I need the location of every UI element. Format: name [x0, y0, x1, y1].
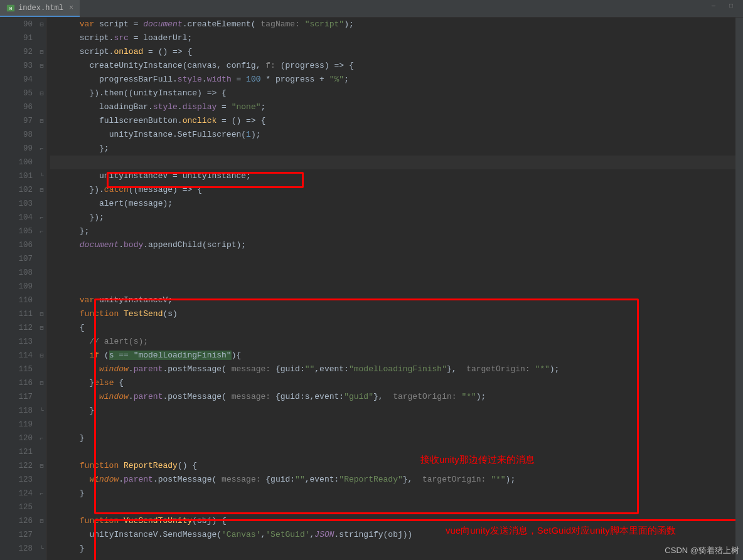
fold-marker[interactable]: └ — [38, 169, 46, 183]
code-line: } — [50, 431, 743, 445]
code-line: fullscreenButton.onclick = () => { — [50, 114, 743, 128]
code-line: alert(message); — [50, 197, 743, 211]
fold-marker[interactable] — [38, 500, 46, 514]
vertical-scrollbar[interactable] — [735, 18, 743, 560]
annotation-1: 接收unity那边传过来的消息 — [420, 454, 535, 466]
line-number: 90 — [0, 18, 33, 31]
fold-marker[interactable] — [38, 197, 46, 211]
fold-marker[interactable] — [38, 156, 46, 169]
fold-marker[interactable]: ⊟ — [38, 307, 46, 321]
fold-marker[interactable] — [38, 238, 46, 252]
fold-marker[interactable] — [38, 266, 46, 280]
code-line — [50, 445, 743, 459]
code-line: function ReportReady() { — [50, 459, 743, 473]
code-line: var script = document.createElement( tag… — [50, 18, 743, 31]
fold-marker[interactable]: ⊟ — [38, 87, 46, 100]
fold-marker[interactable] — [38, 252, 46, 266]
watermark: CSDN @骑着猪上树 — [665, 545, 739, 556]
code-line: // alert(s); — [50, 335, 743, 349]
fold-marker[interactable]: ⌐ — [38, 225, 46, 238]
fold-marker[interactable] — [38, 473, 46, 487]
line-number: 104 — [0, 211, 33, 225]
line-number: 102 — [0, 183, 33, 197]
code-line: } — [50, 487, 743, 500]
code-line: script.onload = () => { — [50, 45, 743, 59]
fold-marker[interactable] — [38, 335, 46, 349]
code-line: if (s == "modelLoadingFinish"){ — [50, 349, 743, 362]
line-number: 120 — [0, 431, 33, 445]
fold-marker[interactable]: ⌐ — [38, 487, 46, 500]
fold-marker[interactable] — [38, 362, 46, 376]
fold-marker[interactable]: ⊟ — [38, 349, 46, 362]
code-editor[interactable]: 9091929394959697989910010110210310410510… — [0, 18, 743, 560]
fold-marker[interactable] — [38, 128, 46, 142]
line-number: 111 — [0, 307, 33, 321]
code-line: window.parent.postMessage( message: {gui… — [50, 362, 743, 376]
code-line — [50, 500, 743, 514]
line-number: 91 — [0, 31, 33, 45]
line-number: 118 — [0, 404, 33, 418]
fold-marker[interactable]: ⊟ — [38, 514, 46, 528]
line-number: 93 — [0, 59, 33, 73]
line-number: 106 — [0, 238, 33, 252]
line-number: 123 — [0, 473, 33, 487]
line-number: 109 — [0, 280, 33, 293]
close-icon[interactable]: × — [69, 4, 73, 13]
line-number: 95 — [0, 87, 33, 100]
code-line: }); — [50, 211, 743, 225]
code-line — [50, 280, 743, 293]
line-number: 97 — [0, 114, 33, 128]
line-number: 127 — [0, 528, 33, 542]
code-line — [50, 266, 743, 280]
fold-marker[interactable]: ⊟ — [38, 376, 46, 390]
code-line: function TestSend(s) — [50, 307, 743, 321]
fold-marker[interactable]: ⊟ — [38, 59, 46, 73]
line-number: 96 — [0, 100, 33, 114]
line-number: 126 — [0, 514, 33, 528]
line-number: 116 — [0, 376, 33, 390]
tab-index-html[interactable]: H index.html × — [0, 0, 80, 17]
fold-marker[interactable] — [38, 445, 46, 459]
code-line: window.parent.postMessage( message: {gui… — [50, 473, 743, 487]
fold-marker[interactable]: ⊟ — [38, 321, 46, 335]
fold-marker[interactable]: └ — [38, 404, 46, 418]
line-number: 128 — [0, 542, 33, 556]
fold-gutter[interactable]: ⊟⊟⊟⊟⊟⌐└⊟⌐⌐⊟⊟⊟⊟└⌐⊟⌐⊟└ — [38, 18, 46, 560]
code-line: loadingBar.style.display = "none"; — [50, 100, 743, 114]
fold-marker[interactable]: ⌐ — [38, 431, 46, 445]
code-line: }else { — [50, 376, 743, 390]
tab-bar: H index.html × — □ — [0, 0, 743, 18]
fold-marker[interactable]: ⊟ — [38, 183, 46, 197]
fold-marker[interactable]: ⊟ — [38, 114, 46, 128]
fold-marker[interactable]: ⌐ — [38, 211, 46, 225]
line-number: 122 — [0, 459, 33, 473]
svg-text:H: H — [9, 6, 12, 11]
fold-marker[interactable] — [38, 31, 46, 45]
fold-marker[interactable] — [38, 293, 46, 307]
fold-marker[interactable] — [38, 100, 46, 114]
fold-marker[interactable]: ⌐ — [38, 142, 46, 156]
fold-marker[interactable] — [38, 73, 46, 87]
line-number: 99 — [0, 142, 33, 156]
fold-marker[interactable] — [38, 280, 46, 293]
code-line: }; — [50, 142, 743, 156]
code-line: window.parent.postMessage( message: {gui… — [50, 390, 743, 404]
fold-marker[interactable]: ⊟ — [38, 18, 46, 31]
code-area[interactable]: var script = document.createElement( tag… — [46, 18, 743, 560]
fold-marker[interactable]: ⊟ — [38, 459, 46, 473]
fold-marker[interactable]: └ — [38, 542, 46, 556]
window-controls-icon[interactable]: — □ — [712, 3, 738, 9]
fold-marker[interactable] — [38, 418, 46, 431]
code-line — [50, 252, 743, 266]
code-line: }).then((unityInstance) => { — [50, 87, 743, 100]
fold-marker[interactable] — [38, 528, 46, 542]
fold-marker[interactable]: ⊟ — [38, 45, 46, 59]
line-number: 105 — [0, 225, 33, 238]
code-line — [50, 418, 743, 431]
fold-marker[interactable] — [38, 390, 46, 404]
code-line: unityInstance.SetFullscreen(1); — [50, 128, 743, 142]
line-number: 115 — [0, 362, 33, 376]
code-line-current — [50, 156, 743, 169]
line-number: 119 — [0, 418, 33, 431]
code-line: } — [50, 404, 743, 418]
